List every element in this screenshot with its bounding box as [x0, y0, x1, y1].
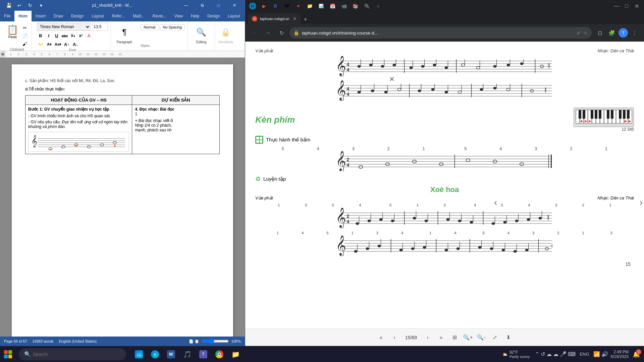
- cut-btn[interactable]: ✂: [21, 24, 29, 32]
- keyboard-icon[interactable]: ⌨: [568, 351, 576, 357]
- customize-icon[interactable]: ▾: [36, 1, 46, 10]
- subscript-btn[interactable]: X₂: [69, 32, 76, 40]
- pdf-zoomin-btn[interactable]: 🔍+: [463, 332, 473, 343]
- taskbar-word-icon[interactable]: W: [164, 347, 178, 362]
- reload-btn[interactable]: ↻: [276, 27, 287, 38]
- undo-icon[interactable]: ↩: [15, 1, 24, 10]
- pdf-grid-btn[interactable]: ⊞: [449, 332, 460, 343]
- taskbar-search-input[interactable]: [33, 352, 121, 357]
- more-options-icon[interactable]: ⋮: [629, 27, 640, 38]
- tab-insert[interactable]: Insert: [32, 11, 50, 21]
- extensions-icon[interactable]: 🧩: [606, 27, 617, 38]
- font-grow-btn[interactable]: A↑: [63, 41, 70, 48]
- style-heading1[interactable]: No Spacing: [160, 24, 185, 30]
- onedrive-icon[interactable]: ☁: [553, 351, 558, 357]
- profile-icon[interactable]: T: [619, 28, 628, 38]
- chevron-up-icon[interactable]: ⌃: [535, 351, 539, 357]
- paste-btn[interactable]: 📋 Paste: [5, 23, 20, 40]
- back-btn[interactable]: ←: [249, 27, 260, 38]
- maps-icon[interactable]: 🗺: [282, 1, 291, 11]
- strikethrough-btn[interactable]: abc: [61, 32, 68, 40]
- font-shrink-btn[interactable]: A↓: [72, 41, 79, 48]
- pdf-next-btn[interactable]: ›: [422, 332, 433, 343]
- sheet-close-btn[interactable]: ✕: [388, 75, 396, 83]
- word-maximize-btn[interactable]: □: [211, 0, 226, 11]
- font-color-btn[interactable]: A▾: [46, 41, 53, 48]
- cloud-icon[interactable]: ☁: [546, 351, 552, 357]
- pdf-zoomout-btn[interactable]: 🔍-: [476, 332, 487, 343]
- taskbar-files-icon[interactable]: 📁: [228, 347, 243, 362]
- tab-draw[interactable]: Draw: [50, 11, 67, 21]
- tab-layout[interactable]: Layout: [88, 11, 108, 21]
- tab-close-btn[interactable]: ✕: [293, 16, 297, 21]
- taskbar-weather[interactable]: ⛅ 92°F Partly sunny: [502, 350, 530, 359]
- pdf-fit-btn[interactable]: ⤢: [489, 332, 500, 343]
- browser-close-btn[interactable]: ✕: [632, 1, 641, 11]
- tab-help[interactable]: Help: [187, 11, 203, 21]
- google-icon[interactable]: G: [271, 1, 280, 11]
- tab-design[interactable]: Design: [67, 11, 88, 21]
- language-indicator[interactable]: ENG: [578, 352, 590, 357]
- save-icon[interactable]: 💾: [4, 1, 13, 10]
- tab-layout2[interactable]: Layout: [224, 11, 244, 21]
- superscript-btn[interactable]: X²: [77, 32, 85, 40]
- sheets-icon[interactable]: 📊: [316, 1, 326, 11]
- task-agent-icon[interactable]: ↺: [541, 351, 545, 357]
- tab-mailings[interactable]: Maili...: [129, 11, 149, 21]
- browser-maximize-btn[interactable]: □: [622, 1, 631, 11]
- next-page-arrow[interactable]: ›: [640, 197, 643, 208]
- notification-area[interactable]: 🔔 1: [633, 351, 640, 358]
- mic-icon[interactable]: 🎤: [560, 351, 567, 357]
- prev-page-arrow[interactable]: ‹: [494, 197, 497, 208]
- tab-view[interactable]: View: [170, 11, 187, 21]
- pdf-last-btn[interactable]: »: [436, 332, 446, 343]
- tab-references[interactable]: Refer...: [108, 11, 129, 21]
- copy-btn[interactable]: 📄: [21, 32, 29, 40]
- extension-icon[interactable]: 🔌: [362, 1, 371, 11]
- taskbar-explorer-icon[interactable]: 🗂: [131, 347, 146, 362]
- browser-minimize-btn[interactable]: —: [612, 1, 621, 11]
- font-family-select[interactable]: Times New Roman: [37, 23, 91, 31]
- pdf-download-btn[interactable]: ⬇: [503, 332, 514, 343]
- youtube-icon[interactable]: ▶: [259, 1, 269, 11]
- network-icon[interactable]: 📶: [593, 351, 600, 357]
- address-bar[interactable]: 🔒 ⤢ ☆: [289, 27, 592, 39]
- clear-format-btn[interactable]: A: [85, 32, 93, 40]
- arrow-right-icon[interactable]: ›: [373, 1, 383, 11]
- text-case-btn[interactable]: Aa▾: [54, 41, 62, 48]
- bookmark1-icon[interactable]: ★: [293, 1, 303, 11]
- taskbar-teams-icon[interactable]: T: [196, 347, 211, 362]
- classroom-icon[interactable]: 📚: [351, 1, 360, 11]
- star-bookmark-icon[interactable]: ☆: [583, 30, 588, 36]
- speaker-icon[interactable]: 🔊: [601, 351, 608, 357]
- tab-design2[interactable]: Design: [203, 11, 224, 21]
- drive-icon[interactable]: 📁: [305, 1, 314, 11]
- taskbar-chrome-icon[interactable]: [212, 347, 227, 362]
- word-doc-area[interactable]: c. Sản phẩm: HS thổi các nốt Mí, Rê, Đô,…: [0, 58, 245, 337]
- share-url-icon[interactable]: ⤢: [577, 30, 581, 36]
- taskbar-search[interactable]: 🔍: [19, 348, 126, 360]
- highlight-btn[interactable]: A▾: [37, 41, 44, 48]
- bold-btn[interactable]: B: [37, 32, 44, 40]
- new-tab-btn[interactable]: +: [301, 15, 310, 24]
- pdf-first-btn[interactable]: «: [376, 332, 386, 343]
- meet-icon[interactable]: 📹: [339, 1, 348, 11]
- style-normal[interactable]: Normal: [141, 24, 158, 30]
- calendar-icon[interactable]: 📅: [328, 1, 337, 11]
- address-input[interactable]: [302, 31, 574, 36]
- word-minimize-btn[interactable]: —: [178, 0, 194, 11]
- editing-btn[interactable]: 🔍: [193, 24, 209, 40]
- ruler-corner[interactable]: ⊞: [0, 51, 5, 57]
- word-restore-btn[interactable]: ⧉: [195, 0, 210, 11]
- start-button[interactable]: [0, 346, 16, 362]
- paragraph-btn[interactable]: ¶: [116, 24, 132, 40]
- zoom-slider[interactable]: [202, 339, 229, 344]
- forward-btn[interactable]: →: [263, 27, 273, 38]
- tab-search-icon[interactable]: ⊡: [594, 27, 605, 38]
- tab-home[interactable]: Hom: [14, 11, 32, 21]
- redo-icon[interactable]: ↻: [25, 1, 35, 10]
- taskbar-edge-icon[interactable]: e: [148, 347, 162, 362]
- tab-review[interactable]: Revie...: [149, 11, 170, 21]
- word-close-btn[interactable]: ✕: [227, 0, 242, 11]
- doc-view-icons[interactable]: 📄 📋: [189, 339, 199, 344]
